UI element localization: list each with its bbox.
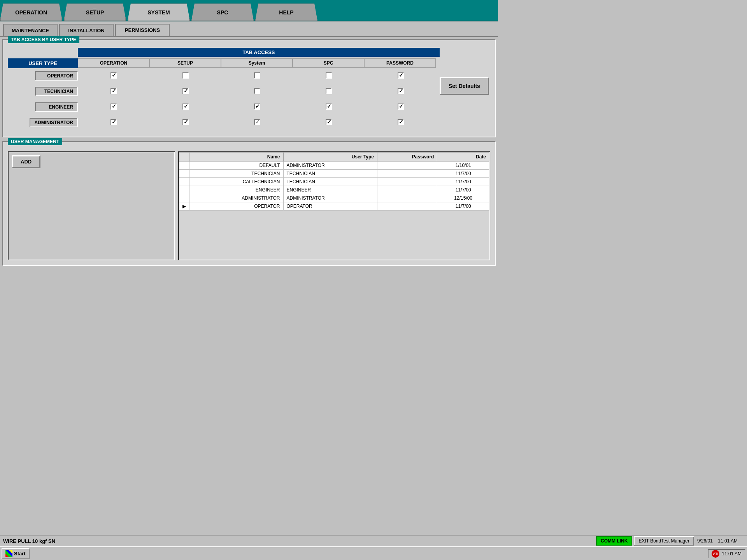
row-name: DEFAULT (189, 162, 284, 170)
row-date: 11/7/00 (437, 186, 489, 194)
row-date: 1/10/01 (437, 162, 489, 170)
user-type-header: USER TYPE (8, 58, 78, 68)
top-navigation: OPERATION SETUP SYSTEM SPC HELP (0, 0, 498, 21)
col-header-name: Name (189, 153, 284, 162)
cb-admin-spc[interactable] (326, 119, 332, 125)
cb-admin-setup[interactable] (182, 119, 189, 125)
cb-technician-password[interactable] (398, 88, 404, 94)
table-row[interactable]: TECHNICIAN TECHNICIAN 11/7/00 (179, 170, 489, 178)
col-header-user-type: User Type (283, 153, 377, 162)
row-arrow (179, 170, 189, 178)
user-management-title: USER MANAGEMENT (8, 138, 62, 145)
cb-engineer-password[interactable] (398, 104, 404, 110)
row-name: OPERATOR (189, 202, 284, 211)
table-row[interactable]: CALTECHNICIAN TECHNICIAN 11/7/00 (179, 178, 489, 186)
main-content: TAB ACCESS BY USER TYPE TAB ACCESS USER … (0, 37, 498, 268)
cb-engineer-spc[interactable] (326, 104, 332, 110)
row-password (377, 178, 437, 186)
row-date: 11/7/00 (437, 178, 489, 186)
col-header-password: Password (377, 153, 437, 162)
row-arrow (179, 162, 189, 170)
cb-engineer-setup[interactable] (182, 104, 189, 110)
tab-maintenance[interactable]: MAINTENANCE (3, 24, 58, 36)
row-date: 11/7/00 (437, 170, 489, 178)
row-name: TECHNICIAN (189, 170, 284, 178)
tab-installation[interactable]: INSTALLATION (59, 24, 114, 36)
add-button[interactable]: ADD (12, 155, 40, 168)
tab-setup[interactable]: SETUP (64, 4, 126, 21)
user-type-operator: OPERATOR (35, 71, 78, 81)
cb-admin-operation[interactable] (110, 119, 117, 125)
cb-operator-password[interactable] (398, 72, 404, 79)
row-type: ADMINISTRATOR (283, 162, 377, 170)
tab-access-title: TAB ACCESS BY USER TYPE (8, 36, 79, 43)
tab-permissions[interactable]: PERMISSIONS (115, 24, 170, 36)
left-panel: ADD (8, 151, 175, 260)
col-header-setup: SETUP (149, 58, 221, 68)
cb-admin-system[interactable] (254, 119, 260, 125)
cb-operator-operation[interactable] (110, 72, 117, 79)
row-type: OPERATOR (283, 202, 377, 211)
tab-access-header: TAB ACCESS (78, 48, 440, 57)
row-name: ENGINEER (189, 186, 284, 194)
col-header-operation: OPERATION (78, 58, 149, 68)
tab-help[interactable]: HELP (255, 4, 317, 21)
cb-operator-system[interactable] (254, 72, 260, 79)
cb-engineer-operation[interactable] (110, 104, 117, 110)
row-password (377, 170, 437, 178)
col-header-arrow (179, 153, 189, 162)
row-password (377, 162, 437, 170)
row-type: TECHNICIAN (283, 178, 377, 186)
row-password (377, 202, 437, 211)
users-table: Name User Type Password Date DEFAULT ADM… (179, 152, 489, 211)
cb-operator-setup[interactable] (182, 72, 189, 79)
col-header-system: System (221, 58, 293, 68)
cb-engineer-system[interactable] (254, 104, 260, 110)
row-type: ENGINEER (283, 186, 377, 194)
sub-navigation: MAINTENANCE INSTALLATION PERMISSIONS (0, 21, 498, 37)
row-date: 12/15/00 (437, 194, 489, 202)
user-management-section: USER MANAGEMENT ADD Name User Type Passw… (2, 141, 496, 266)
cb-technician-operation[interactable] (110, 88, 117, 94)
row-type: TECHNICIAN (283, 170, 377, 178)
cb-technician-spc[interactable] (326, 88, 332, 94)
cb-admin-password[interactable] (398, 119, 404, 125)
col-header-spc: SPC (293, 58, 364, 68)
row-name: ADMINISTRATOR (189, 194, 284, 202)
col-header-password: PASSWORD (364, 58, 436, 68)
cb-technician-setup[interactable] (182, 88, 189, 94)
table-row[interactable]: DEFAULT ADMINISTRATOR 1/10/01 (179, 162, 489, 170)
cb-technician-system[interactable] (254, 88, 260, 94)
cb-operator-spc[interactable] (326, 72, 332, 79)
row-password (377, 186, 437, 194)
tab-operation[interactable]: OPERATION (0, 4, 62, 21)
table-row[interactable]: ENGINEER ENGINEER 11/7/00 (179, 186, 489, 194)
tab-spc[interactable]: SPC (191, 4, 254, 21)
row-name: CALTECHNICIAN (189, 178, 284, 186)
row-password (377, 194, 437, 202)
tab-access-section: TAB ACCESS BY USER TYPE TAB ACCESS USER … (2, 39, 496, 137)
user-type-engineer: ENGINEER (35, 102, 78, 112)
tab-system[interactable]: SYSTEM (128, 4, 190, 21)
row-arrow (179, 178, 189, 186)
col-header-date: Date (437, 153, 489, 162)
row-arrow (179, 194, 189, 202)
row-date: 11/7/00 (437, 202, 489, 211)
user-type-administrator: ADMINISTRATOR (30, 118, 78, 127)
row-type: ADMINISTRATOR (283, 194, 377, 202)
right-panel: Name User Type Password Date DEFAULT ADM… (178, 151, 490, 260)
table-row[interactable]: ADMINISTRATOR ADMINISTRATOR 12/15/00 (179, 194, 489, 202)
row-arrow (179, 186, 189, 194)
row-arrow: ▶ (179, 202, 189, 211)
user-type-technician: TECHNICIAN (35, 87, 78, 96)
table-row[interactable]: ▶ OPERATOR OPERATOR 11/7/00 (179, 202, 489, 211)
set-defaults-button[interactable]: Set Defaults (440, 77, 489, 95)
